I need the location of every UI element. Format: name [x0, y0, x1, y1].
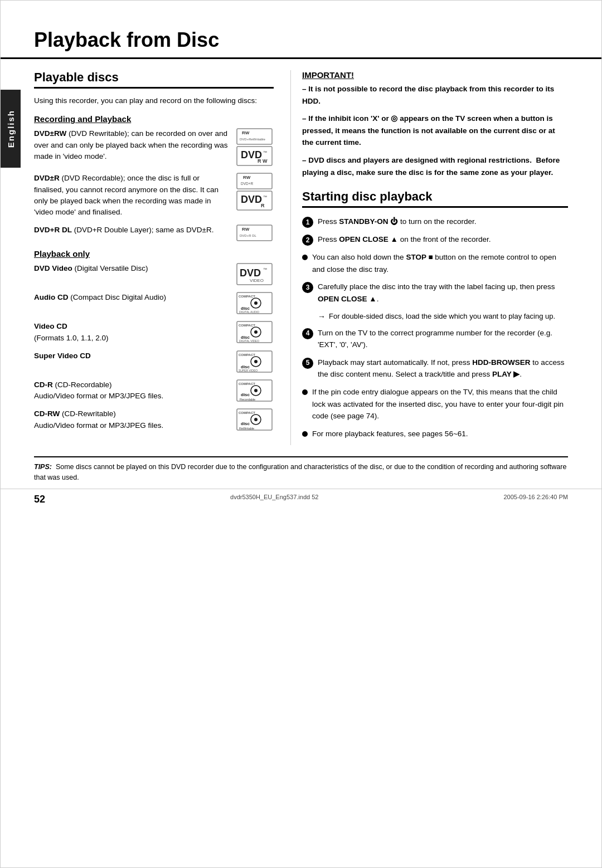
disc-text-dvdrdl: DVD+R DL (DVD+R Double Layer); same as D… [34, 225, 229, 236]
important-text: – It is not possible to record the disc … [302, 83, 568, 178]
disc-name-dvdrdl: DVD+R DL [34, 226, 72, 234]
svg-text:Recordable: Recordable [240, 398, 255, 401]
svg-text:COMPACT: COMPACT [239, 382, 255, 386]
step-num-4: 4 [302, 328, 313, 339]
disc-text-videocd: Video CD(Formats 1.0, 1.1, 2.0) [34, 321, 229, 344]
svg-text:™: ™ [263, 150, 267, 154]
starting-disc-heading: Starting disc playback [302, 189, 568, 208]
disc-text-dvdvideo: DVD Video (Digital Versatile Disc) [34, 263, 229, 274]
svg-text:R: R [261, 203, 265, 208]
svg-point-37 [254, 360, 258, 363]
disc-logos-audiocd: COMPACT disc DIGITAL AUDIO [235, 292, 274, 314]
disc-logos-videocd: COMPACT disc DIGITAL VIDEO [235, 321, 274, 343]
disc-name-supervideocd: Super Video CD [34, 352, 91, 360]
svg-text:disc: disc [241, 392, 250, 397]
bullet-stop [302, 255, 308, 260]
svg-text:DIGITAL AUDIO: DIGITAL AUDIO [239, 310, 259, 314]
step-bullet-more: For more playback features, see pages 56… [302, 428, 568, 440]
step-4: 4 Turn on the TV to the correct programm… [302, 327, 568, 351]
svg-text:VIDEO: VIDEO [250, 278, 264, 283]
disc-entry-dvdrdl: DVD+R DL (DVD+R Double Layer); same as D… [34, 225, 274, 241]
page-title: Playback from Disc [1, 17, 601, 59]
step-text-pincode: If the pin code entry dialogue appears o… [312, 386, 568, 422]
playback-only-heading: Playback only [34, 249, 274, 259]
step-text-2: Press OPEN CLOSE ▲ on the front of the r… [318, 233, 568, 246]
svg-point-43 [254, 389, 258, 392]
file-info: dvdr5350H_EU_Eng537.indd 52 [230, 494, 318, 505]
svg-point-31 [254, 330, 258, 334]
bullet-pincode [302, 389, 308, 395]
dvd-rewritable-logo-top: RW DVD+ReWritable [236, 128, 273, 145]
step-bullet-pincode: If the pin code entry dialogue appears o… [302, 386, 568, 422]
compact-disc-rewritable-logo: COMPACT disc ReWritable [236, 408, 273, 431]
step-text-more: For more playback features, see pages 56… [312, 428, 568, 440]
page-footer: 52 dvdr5350H_EU_Eng537.indd 52 2005-09-1… [1, 489, 601, 510]
compact-disc-recordable-logo: COMPACT disc Recordable [236, 379, 273, 402]
date-info: 2005-09-16 2:26:40 PM [503, 494, 568, 505]
disc-entry-dvdr: DVD±R (DVD Recordable); once the disc is… [34, 173, 274, 218]
page-number: 52 [34, 494, 45, 505]
dvd-video-logo: DVD ™ VIDEO [236, 263, 273, 285]
svg-text:DVD: DVD [241, 194, 262, 205]
disc-text-dvdrw: DVD±RW (DVD Rewritable); can be recorded… [34, 128, 229, 162]
svg-text:™: ™ [263, 195, 267, 199]
svg-text:COMPACT: COMPACT [239, 411, 255, 415]
disc-entry-supervideocd: Super Video CD COMPACT disc SUPER VIDEO [34, 350, 274, 373]
disc-text-supervideocd: Super Video CD [34, 350, 229, 362]
main-layout: Playable discs Using this recorder, you … [1, 70, 601, 445]
svg-point-25 [254, 301, 258, 305]
svg-text:DVD+R: DVD+R [241, 182, 254, 186]
svg-text:R W: R W [258, 158, 268, 164]
right-column: IMPORTANT! – It is not possible to recor… [290, 70, 568, 445]
step-num-1: 1 [302, 217, 313, 228]
disc-entry-cdrw: CD-RW (CD-Rewritable)Audio/Video format … [34, 408, 274, 431]
svg-text:COMPACT: COMPACT [239, 324, 255, 327]
important-title: IMPORTANT! [302, 70, 568, 80]
page-container: English Playback from Disc Playable disc… [0, 0, 602, 868]
disc-entry-dvdvideo: DVD Video (Digital Versatile Disc) DVD ™… [34, 263, 274, 285]
left-column: Playable discs Using this recorder, you … [34, 70, 290, 445]
svg-text:RW: RW [242, 227, 250, 232]
disc-entry-videocd: Video CD(Formats 1.0, 1.1, 2.0) COMPACT … [34, 321, 274, 344]
important-box: IMPORTANT! – It is not possible to recor… [302, 70, 568, 178]
disc-text-cdr: CD-R (CD-Recordable)Audio/Video format o… [34, 379, 229, 402]
disc-name-dvdr: DVD±R [34, 174, 60, 182]
tips-text: Some discs cannot be played on this DVD … [34, 463, 566, 481]
recording-playback-heading: Recording and Playback [34, 114, 274, 124]
steps-section: Starting disc playback 1 Press STANDBY-O… [302, 189, 568, 440]
disc-logos-cdr: COMPACT disc Recordable [235, 379, 274, 402]
svg-rect-7 [237, 173, 272, 189]
dvd-rw-logo: DVD ™ R W [236, 146, 273, 166]
step-num-3: 3 [302, 282, 313, 293]
arrow-note-3: → For double-sided discs, load the side … [318, 311, 568, 323]
svg-text:SUPER VIDEO: SUPER VIDEO [239, 369, 258, 372]
dvd-rdl-logo: RW DVD+R DL [236, 225, 273, 241]
svg-text:DVD: DVD [240, 267, 261, 279]
dvd-r-logo-top: RW DVD+R [236, 173, 273, 189]
disc-logos-dvdrdl: RW DVD+R DL [235, 225, 274, 241]
svg-text:™: ™ [263, 267, 267, 271]
svg-text:disc: disc [241, 421, 250, 426]
disc-name-dvdvideo: DVD Video [34, 264, 72, 272]
step-text-stop: You can also hold down the STOP ■ button… [312, 251, 568, 275]
svg-text:COMPACT: COMPACT [239, 353, 255, 357]
disc-entry-dvdrw: DVD±RW (DVD Rewritable); can be recorded… [34, 128, 274, 166]
disc-entry-cdr: CD-R (CD-Recordable)Audio/Video format o… [34, 379, 274, 402]
arrow-sym: → [318, 311, 326, 323]
bullet-more [302, 431, 308, 437]
compact-disc-supervideo-logo: COMPACT disc SUPER VIDEO [236, 350, 273, 373]
disc-name-videocd: Video CD [34, 322, 67, 330]
disc-logos-cdrw: COMPACT disc ReWritable [235, 408, 274, 431]
intro-text: Using this recorder, you can play and re… [34, 95, 274, 106]
step-text-4: Turn on the TV to the correct programme … [318, 327, 568, 351]
disc-name-dvdrw: DVD±RW [34, 129, 66, 138]
compact-disc-video-logo: COMPACT disc DIGITAL VIDEO [236, 321, 273, 343]
svg-text:DVD+ReWritable: DVD+ReWritable [240, 138, 265, 141]
step-3: 3 Carefully place the disc into the tray… [302, 281, 568, 305]
step-2: 2 Press OPEN CLOSE ▲ on the front of the… [302, 233, 568, 246]
disc-name-cdrw: CD-RW [34, 409, 60, 418]
svg-text:ReWritable: ReWritable [239, 427, 254, 430]
arrow-note-text-3: For double-sided discs, load the side wh… [329, 311, 555, 322]
side-tab-label: English [6, 110, 16, 148]
step-text-5: Playback may start automatically. If not… [318, 357, 568, 381]
